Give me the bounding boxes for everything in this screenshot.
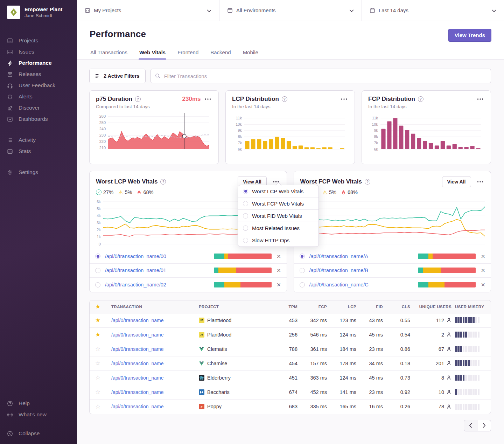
col-unique-users[interactable]: UNIQUE USERS [410, 305, 451, 309]
transaction-link[interactable]: /api/0/transaction_name/01 [105, 268, 166, 273]
star-toggle[interactable]: ☆ [95, 388, 111, 396]
tab-web-vitals[interactable]: Web Vitals [139, 49, 166, 59]
sidebar-item-releases[interactable]: Releases [0, 69, 77, 80]
radio-button[interactable] [300, 268, 305, 273]
col-fid[interactable]: FID [356, 305, 383, 309]
tab-all-transactions[interactable]: All Transactions [90, 49, 128, 59]
col-lcp[interactable]: LCP [327, 305, 356, 309]
transaction-link[interactable]: /api/0/transaction_name [111, 389, 199, 395]
transaction-link[interactable]: /api/0/transaction_name [111, 332, 199, 338]
close-icon[interactable]: × [481, 267, 485, 274]
star-toggle[interactable]: ☆ [95, 403, 111, 410]
help-icon[interactable]: ? [365, 179, 370, 185]
sidebar-item-issues[interactable]: Issues [0, 46, 77, 57]
search-input[interactable] [150, 69, 491, 83]
project-name[interactable]: Baccharis [207, 389, 230, 395]
close-icon[interactable]: × [481, 253, 485, 260]
menu-item-most-related-issues[interactable]: Most Related Issues [238, 222, 318, 234]
col-cls[interactable]: CLS [383, 305, 410, 309]
col-fcp[interactable]: FCP [298, 305, 327, 309]
tpm-value: 683 [275, 404, 298, 409]
sidebar-item-whats-new[interactable]: What’s new [0, 409, 77, 420]
close-icon[interactable]: × [277, 267, 281, 274]
sidebar-item-performance[interactable]: Performance [0, 57, 77, 69]
project-name[interactable]: Clematis [207, 346, 227, 352]
radio-button[interactable] [300, 254, 305, 259]
activity-icon [7, 137, 13, 143]
close-icon[interactable]: × [481, 281, 485, 288]
transaction-link[interactable]: /api/0/transaction_name [111, 375, 199, 381]
menu-item-slow-http-ops[interactable]: Slow HTTP Ops [238, 234, 318, 247]
transaction-link[interactable]: /api/0/transaction_name [111, 404, 199, 409]
star-toggle[interactable]: ☆ [95, 345, 111, 353]
transaction-link[interactable]: /api/0/transaction_name/B [309, 268, 368, 273]
col-tpm[interactable]: TPM [275, 305, 298, 309]
project-name[interactable]: Elderberry [207, 375, 231, 381]
project-name[interactable]: Chamise [207, 361, 227, 366]
table-row: ★/api/0/transaction_nameJSPlantMood45334… [90, 313, 491, 328]
meh-badge: ⚠5% [323, 189, 336, 195]
org-switcher[interactable]: Empower Plant Jane Schmidt [0, 0, 77, 19]
transaction-link[interactable]: /api/0/transaction_name/02 [105, 282, 166, 287]
star-toggle[interactable]: ★ [95, 317, 111, 324]
help-icon[interactable]: ? [160, 179, 166, 185]
star-toggle[interactable]: ☆ [95, 360, 111, 367]
sidebar-item-discover[interactable]: Discover [0, 102, 77, 113]
date-range-selector[interactable]: Last 14 days [362, 0, 504, 21]
environment-selector[interactable]: All Environments [219, 0, 362, 21]
help-icon[interactable]: ? [135, 96, 141, 102]
help-icon[interactable]: ? [418, 96, 424, 102]
radio-button[interactable] [95, 254, 100, 259]
unique-users-cell: 8 [410, 375, 451, 381]
transaction-link[interactable]: /api/0/transaction_name/C [309, 282, 369, 287]
star-toggle[interactable]: ☆ [95, 374, 111, 381]
previous-page-button[interactable] [464, 420, 477, 431]
sidebar-item-projects[interactable]: Projects [0, 35, 77, 46]
view-all-button[interactable]: View All [442, 176, 471, 187]
tab-frontend[interactable]: Frontend [177, 49, 199, 59]
sidebar-item-settings[interactable]: Settings [0, 167, 77, 178]
transaction-link[interactable]: /api/0/transaction_name [111, 361, 199, 366]
sidebar-item-user-feedback[interactable]: User Feedback [0, 80, 77, 91]
transaction-link[interactable]: /api/0/transaction_name [111, 318, 199, 323]
project-name[interactable]: PlantMood [207, 318, 231, 323]
radio-button[interactable] [300, 282, 305, 287]
tab-mobile[interactable]: Mobile [242, 49, 259, 59]
menu-item-worst-fid[interactable]: Worst FID Web Vitals [238, 210, 318, 222]
sidebar-item-help[interactable]: Help [0, 398, 77, 409]
project-name[interactable]: PlantMood [207, 332, 231, 338]
sidebar-collapse[interactable]: Collapse [0, 428, 77, 439]
project-selector[interactable]: My Projects [77, 0, 219, 21]
svg-text:210: 210 [99, 146, 106, 150]
sidebar-item-activity[interactable]: Activity [0, 134, 77, 146]
col-transaction[interactable]: TRANSACTION [111, 305, 199, 309]
help-icon[interactable]: ? [282, 96, 287, 102]
active-filters-button[interactable]: 2 Active Filters [89, 69, 146, 83]
tab-backend[interactable]: Backend [210, 49, 231, 59]
context-menu-button[interactable] [476, 179, 485, 185]
context-menu-button[interactable] [340, 96, 349, 102]
transaction-link[interactable]: /api/0/transaction_name [111, 346, 199, 352]
sidebar-item-alerts[interactable]: Alerts [0, 91, 77, 102]
view-trends-button[interactable]: View Trends [448, 29, 491, 42]
sidebar-item-dashboards[interactable]: Dashboards [0, 113, 77, 125]
col-project[interactable]: PROJECT [199, 305, 275, 309]
next-page-button[interactable] [477, 420, 491, 431]
star-column-icon[interactable]: ★ [95, 303, 111, 310]
context-menu-button[interactable] [204, 96, 212, 102]
context-menu-button[interactable] [476, 96, 485, 102]
transaction-link[interactable]: /api/0/transaction_name/00 [105, 254, 166, 259]
sidebar-item-stats[interactable]: Stats [0, 146, 77, 157]
card-title: FCP Distribution [368, 96, 415, 103]
radio-button[interactable] [95, 268, 100, 273]
star-toggle[interactable]: ★ [95, 331, 111, 338]
menu-item-worst-fcp[interactable]: Worst FCP Web Vitals [238, 197, 318, 210]
col-user-misery[interactable]: USER MISERY [451, 305, 485, 309]
transaction-link[interactable]: /api/0/transaction_name/A [309, 254, 368, 259]
close-icon[interactable]: × [277, 281, 281, 288]
project-name[interactable]: Poppy [207, 404, 222, 409]
close-icon[interactable]: × [277, 253, 281, 260]
empower-plant-logo-icon [9, 8, 18, 17]
menu-item-worst-lcp[interactable]: Worst LCP Web Vitals [238, 185, 318, 197]
radio-button[interactable] [95, 282, 100, 287]
